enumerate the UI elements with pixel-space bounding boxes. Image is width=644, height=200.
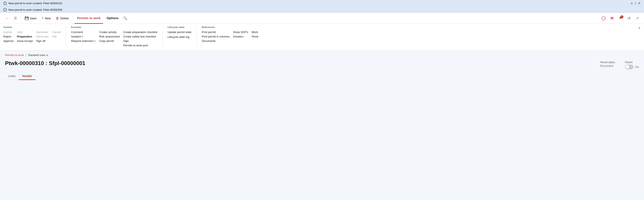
comment-button[interactable]: Comment — [71, 30, 96, 34]
isolation-chevron: ∨ — [82, 35, 83, 38]
svg-marker-0 — [602, 17, 605, 20]
extension-chevron: ∨ — [94, 40, 96, 42]
new-label: New — [45, 17, 51, 20]
word-icon: W — [610, 17, 614, 20]
tab-permits-to-work[interactable]: Permits to work — [74, 13, 103, 24]
documents-button[interactable]: Documents — [202, 39, 230, 43]
search-button[interactable]: 🔍 — [122, 15, 128, 22]
approve-button[interactable]: Approve — [3, 39, 14, 43]
cancel-button[interactable]: Cancel — [52, 30, 60, 34]
parent-toggle[interactable] — [625, 65, 634, 69]
options-tab-label: Options — [106, 16, 118, 20]
reject-button[interactable]: Reject — [3, 35, 14, 39]
isolation-button[interactable]: Isolation ∨ — [71, 35, 96, 39]
refresh-icon-button[interactable]: ↺ — [626, 15, 632, 22]
control-section-title: Control — [3, 26, 61, 29]
work-button[interactable]: Work — [252, 30, 258, 34]
collapse-ribbon-button[interactable]: ∧ — [638, 26, 641, 30]
flag-badge: 1 — [620, 15, 624, 18]
function-buttons: Comment Create activity Create preparati… — [71, 30, 157, 47]
answers-button[interactable]: Answers — [233, 35, 248, 39]
surrender-button[interactable]: Surrender — [36, 30, 49, 34]
record-header: Ptwk-00000310 : Sfpl-00000001 Permit sta… — [0, 58, 644, 69]
create-safety-test-checklist-button[interactable]: Create safety test checklist — [123, 35, 157, 39]
references-section-title: References — [202, 26, 258, 29]
lifecycle-buttons: Update permit state Lifecycle state log — [168, 30, 192, 39]
info-icon-1: i — [3, 2, 7, 5]
request-extension-button[interactable]: Request extension ∨ — [71, 39, 96, 43]
collapse-notifications-icon[interactable]: ∧ — [630, 1, 633, 5]
new-icon: + — [42, 16, 44, 21]
flag-icon-button[interactable]: ⚑ 1 — [617, 15, 624, 22]
save-label: Save — [30, 17, 36, 20]
permits-tab-label: Permits to work — [77, 16, 101, 20]
notification-text-2: New permit to work created: Ptwk-0000030… — [8, 8, 62, 11]
info-icon-2: i — [3, 8, 7, 11]
delete-icon: 🗑 — [56, 17, 59, 20]
lines-tab-label: Lines — [8, 74, 15, 78]
breadcrumb-view-label: Standard view — [28, 54, 45, 57]
sign-button[interactable]: Sign — [123, 39, 157, 43]
header-tab-label: Header — [22, 74, 32, 78]
external-link-icon-button[interactable]: ↗ — [634, 15, 641, 22]
copy-permit-button[interactable]: Copy permit — [99, 39, 120, 43]
submit-button[interactable]: Submit — [3, 30, 14, 34]
permits-to-work-pool-button[interactable]: Permits to work pool — [123, 43, 157, 47]
toolbar-divider-1 — [20, 15, 21, 21]
back-icon: ← — [6, 17, 9, 20]
permit-status-label: Permit status — [600, 61, 615, 64]
ribbon-section-references: References Print permit Show SOP's Work … — [202, 26, 264, 47]
permit-status-value: Recorded — [600, 64, 615, 68]
ribbon-section-control: Control Submit Void Surrender Cancel Rej… — [3, 26, 66, 47]
ribbon-sections: Control Submit Void Surrender Cancel Rej… — [3, 26, 641, 47]
parent-value: No — [635, 65, 639, 69]
toolbar-divider-2 — [72, 15, 73, 21]
lifecycle-state-log-button[interactable]: Lifecycle state log — [168, 35, 192, 39]
ribbon-section-lifecycle: Lifecycle state Update permit state Life… — [168, 26, 197, 47]
close-notifications-icon[interactable]: ✕ — [638, 1, 641, 5]
risk-assessment-button[interactable]: Risk assessment — [99, 35, 120, 39]
print-permit-button[interactable]: Print permit — [202, 30, 230, 34]
preparation-button[interactable]: Preparation — [17, 35, 32, 39]
new-button[interactable]: + New — [40, 15, 53, 22]
breadcrumb-view-selector[interactable]: Standard view ∨ — [28, 54, 48, 57]
menu-icon: ☰ — [14, 16, 17, 20]
file-button[interactable]: File — [52, 35, 60, 39]
delete-button[interactable]: 🗑 Delete — [54, 15, 71, 22]
breadcrumb-view-chevron: ∨ — [46, 54, 48, 57]
tab-options[interactable]: Options — [104, 13, 121, 24]
void-button[interactable]: Void — [17, 30, 32, 34]
issue-accept-button[interactable]: Issue-Accept — [17, 39, 32, 43]
function-section-title: Function — [71, 26, 157, 29]
save-button[interactable]: 💾 Save — [22, 15, 39, 22]
word-icon-button[interactable]: W — [609, 15, 616, 22]
control-buttons: Submit Void Surrender Cancel Reject Prep… — [3, 30, 61, 43]
references-buttons: Print permit Show SOP's Work Print permi… — [202, 30, 258, 43]
hex-icon — [602, 16, 606, 21]
show-button[interactable]: Show — [252, 35, 258, 39]
record-title: Ptwk-00000310 : Sfpl-00000001 — [5, 60, 86, 67]
ribbon: Control Submit Void Surrender Cancel Rej… — [0, 24, 644, 51]
tab-lines[interactable]: Lines — [5, 73, 19, 80]
menu-button[interactable]: ☰ — [12, 15, 19, 22]
lifecycle-section-title: Lifecycle state — [168, 26, 192, 29]
breadcrumb-bar: Permits to work | Standard view ∨ — [0, 51, 644, 58]
sign-off-button[interactable]: Sign off — [36, 39, 49, 43]
notification-count: 2 — [635, 2, 636, 5]
hand-over-button[interactable]: Hand-over — [36, 35, 49, 39]
update-permit-state-button[interactable]: Update permit state — [168, 30, 192, 34]
back-button[interactable]: ← — [3, 15, 11, 22]
parent-label: Parent — [625, 61, 639, 64]
tab-header[interactable]: Header — [19, 73, 35, 80]
breadcrumb-link[interactable]: Permits to work — [5, 54, 24, 57]
record-meta: Permit status Recorded Parent No — [600, 60, 639, 69]
hex-icon-button[interactable] — [600, 15, 607, 22]
notification-text-1: New permit to work created: Ptwk-0000031… — [8, 2, 62, 5]
create-preparation-checklist-button[interactable]: Create preparation checklist — [123, 30, 157, 34]
delete-label: Delete — [60, 17, 68, 20]
breadcrumb-separator: | — [26, 54, 26, 57]
record-tabs: Lines Header — [0, 69, 644, 80]
create-activity-button[interactable]: Create activity — [99, 30, 120, 34]
print-permit-columns-button[interactable]: Print permit in columns — [202, 35, 230, 39]
show-sops-button[interactable]: Show SOP's — [233, 30, 248, 34]
